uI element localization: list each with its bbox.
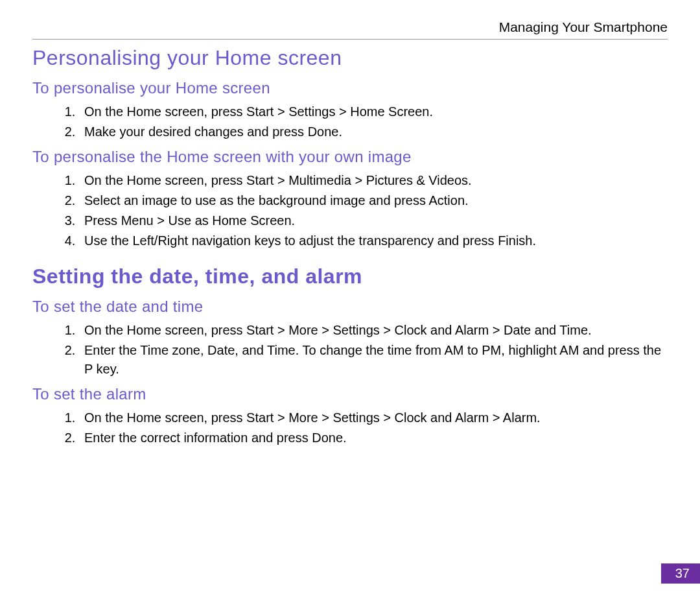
subsection-heading-personalise-image: To personalise the Home screen with your… xyxy=(32,148,668,166)
section-heading-personalising: Personalising your Home screen xyxy=(32,46,668,70)
ordered-list: On the Home screen, press Start > More >… xyxy=(32,321,668,379)
list-item: Make your desired changes and press Done… xyxy=(79,123,668,141)
page-number: 37 xyxy=(661,563,700,584)
list-item: On the Home screen, press Start > More >… xyxy=(79,408,668,427)
list-item: On the Home screen, press Start > More >… xyxy=(79,321,668,340)
section-heading-date-time-alarm: Setting the date, time, and alarm xyxy=(32,265,668,289)
subsection-heading-personalise-home: To personalise your Home screen xyxy=(32,79,668,97)
list-item: On the Home screen, press Start > Settin… xyxy=(79,102,668,121)
list-item: Enter the correct information and press … xyxy=(79,429,668,447)
ordered-list: On the Home screen, press Start > Settin… xyxy=(32,102,668,141)
list-item: Select an image to use as the background… xyxy=(79,191,668,210)
ordered-list: On the Home screen, press Start > More >… xyxy=(32,408,668,447)
list-item: On the Home screen, press Start > Multim… xyxy=(79,171,668,190)
subsection-heading-set-alarm: To set the alarm xyxy=(32,385,668,403)
list-item: Press Menu > Use as Home Screen. xyxy=(79,211,668,230)
subsection-heading-set-date-time: To set the date and time xyxy=(32,298,668,316)
list-item: Enter the Time zone, Date, and Time. To … xyxy=(79,341,668,379)
ordered-list: On the Home screen, press Start > Multim… xyxy=(32,171,668,250)
page-header-title: Managing Your Smartphone xyxy=(32,19,668,40)
list-item: Use the Left/Right navigation keys to ad… xyxy=(79,231,668,250)
